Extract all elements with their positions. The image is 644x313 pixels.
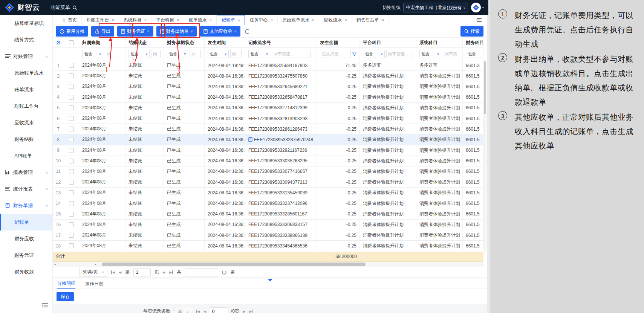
- row-checkbox[interactable]: [69, 148, 74, 153]
- table-row[interactable]: 32024年08月未结账已生成2024-08-04 16:36:22FEE172…: [53, 81, 483, 92]
- next-page-icon[interactable]: ▶: [163, 270, 165, 274]
- row-checkbox[interactable]: [69, 63, 74, 68]
- column-header-财务科目[interactable]: 财务科目: [463, 38, 483, 47]
- table-row[interactable]: 62024年08月未结账已生成2024-08-04 16:36:22FEE172…: [53, 113, 483, 124]
- row-checkbox[interactable]: [69, 212, 74, 217]
- row-checkbox[interactable]: [69, 73, 74, 78]
- org-select[interactable]: 中宏生物工程（北京)股份有限公... ∨: [403, 3, 468, 12]
- close-icon[interactable]: ×: [210, 18, 212, 22]
- table-row[interactable]: 82024年08月未结账已生成2024-08-04 16:36:22FEE172…: [53, 134, 483, 145]
- filter-operator-select[interactable]: 包含∨: [248, 50, 270, 58]
- vertical-scrollbar[interactable]: [483, 60, 486, 252]
- sidebar-item-对账工作台[interactable]: 对账工作台: [0, 98, 52, 115]
- row-checkbox[interactable]: [69, 105, 74, 110]
- table-row[interactable]: 72024年08月未结账已生成2024-08-04 16:36:22FEE172…: [53, 124, 483, 134]
- prev-page-icon[interactable]: ◀: [119, 270, 121, 274]
- sidebar-item-财务凭证[interactable]: 财务凭证: [0, 247, 52, 264]
- tab-首页[interactable]: ⌂首页: [58, 15, 82, 25]
- sidebar-item-记账单[interactable]: 记账单: [0, 214, 52, 231]
- table-row[interactable]: 42024年08月未结账已生成2024-08-04 16:36:22FEE172…: [53, 92, 483, 103]
- filter-input[interactable]: [386, 50, 413, 58]
- table-row[interactable]: 172024年08月未结账已生成2024-08-04 16:36:22FEE17…: [53, 230, 483, 241]
- filter-operator-select[interactable]: 包含∨: [419, 50, 441, 58]
- footer-page-input[interactable]: [210, 307, 227, 313]
- close-icon[interactable]: ×: [238, 18, 240, 23]
- row-checkbox[interactable]: [69, 243, 74, 248]
- row-checkbox[interactable]: [69, 116, 74, 121]
- filter-input[interactable]: [443, 50, 459, 58]
- close-icon[interactable]: ×: [382, 18, 384, 22]
- sidebar-item-账单流水[interactable]: 账单流水: [0, 81, 52, 98]
- column-header-平台科目[interactable]: 平台科目: [360, 38, 416, 47]
- table-row[interactable]: 152024年08月未结账已生成2024-08-04 16:36:22FEE17…: [53, 209, 483, 220]
- tab-more-icon[interactable]: [476, 18, 482, 22]
- close-icon[interactable]: ×: [344, 18, 347, 22]
- filter-operator-select[interactable]: 包含∨: [128, 50, 150, 58]
- row-checkbox[interactable]: [69, 222, 74, 227]
- horizontal-scrollbar[interactable]: ◂ ▸: [53, 262, 483, 267]
- close-icon[interactable]: ×: [270, 18, 272, 22]
- table-row[interactable]: 122024年08月未结账已生成2024-08-04 16:36:22FEE17…: [53, 177, 483, 188]
- table-row[interactable]: 92024年08月未结账已生成2024-08-04 16:36:22FEE172…: [53, 145, 483, 156]
- column-header-结账状态[interactable]: 结账状态: [125, 38, 164, 47]
- first-page-icon[interactable]: ◀: [111, 270, 115, 274]
- row-checkbox[interactable]: [69, 84, 74, 89]
- scroll-right-icon[interactable]: ▸: [95, 262, 96, 267]
- refresh-icon[interactable]: [245, 29, 250, 34]
- sidebar-item-应收流水[interactable]: 应收流水: [0, 115, 52, 131]
- close-icon[interactable]: ×: [177, 18, 179, 22]
- select-all-checkbox[interactable]: [69, 40, 74, 45]
- close-icon[interactable]: ×: [312, 18, 314, 22]
- column-header-系统科目[interactable]: 系统科目: [416, 38, 463, 47]
- filter-input[interactable]: [190, 50, 201, 58]
- footer-prev-page-icon[interactable]: ◀: [203, 310, 206, 313]
- user-avatar[interactable]: ▾: [471, 3, 484, 12]
- search-button[interactable]: 搜索: [460, 26, 483, 37]
- sidebar-item-API账单[interactable]: API账单: [0, 148, 52, 164]
- row-checkbox[interactable]: [69, 159, 74, 163]
- sidebar-item-核算维度标识[interactable]: 核算维度标识: [0, 15, 52, 32]
- filter-operator-select[interactable]: 包含∨: [82, 50, 103, 58]
- footer-page-size-select[interactable]: 50 ∨: [174, 307, 192, 313]
- footer-first-page-icon[interactable]: ◀: [196, 310, 200, 313]
- row-checkbox[interactable]: [69, 137, 74, 142]
- last-page-icon[interactable]: ▶: [169, 270, 173, 274]
- column-header-归属账期[interactable]: 归属账期: [79, 38, 125, 47]
- filter-input[interactable]: [230, 50, 242, 58]
- page-size-select[interactable]: 50条/页 ∨: [79, 268, 107, 277]
- column-header-发生金额[interactable]: 发生金额: [317, 38, 360, 47]
- filter-operator-select[interactable]: 包含∨: [363, 50, 385, 58]
- sidebar-collapse-icon[interactable]: [42, 302, 48, 308]
- tab-销售售后单[interactable]: 销售售后单×: [352, 15, 389, 25]
- sidebar-item-统计报表[interactable]: 统计报表∨: [0, 181, 52, 197]
- table-row[interactable]: 22024年08月未结账已生成2024-08-04 16:36:22FEE172…: [53, 71, 483, 81]
- column-header-财务单据状态[interactable]: 财务单据状态: [164, 38, 205, 47]
- sidebar-item-对账管理[interactable]: 对账管理∧: [0, 48, 52, 65]
- sidebar-item-财务应收[interactable]: 财务应收: [0, 231, 52, 247]
- table-row[interactable]: 162024年08月未结账已生成2024-08-04 16:36:22FEE17…: [53, 220, 483, 230]
- row-checkbox[interactable]: [69, 233, 74, 238]
- table-row[interactable]: 52024年08月未结账已生成2024-08-04 16:36:22FEE172…: [53, 103, 483, 113]
- tab-任务中心[interactable]: 任务中心×: [245, 15, 277, 25]
- scrollbar-thumb[interactable]: [102, 263, 366, 266]
- 费用分摊-button[interactable]: 费用分摊: [56, 26, 88, 37]
- sidebar-item-财务单据[interactable]: 财务单据∧: [0, 197, 52, 214]
- close-icon[interactable]: ×: [144, 18, 147, 22]
- sidebar-item-财务收款[interactable]: 财务收款: [0, 264, 52, 280]
- row-checkbox[interactable]: [69, 127, 74, 131]
- footer-last-page-icon[interactable]: ▶: [249, 310, 253, 313]
- 其他应收单-button[interactable]: 其他应收单∨: [200, 26, 240, 37]
- close-icon[interactable]: ×: [112, 18, 114, 22]
- document-icon[interactable]: [248, 137, 252, 142]
- row-checkbox[interactable]: [69, 190, 74, 195]
- tab-原始账单流水[interactable]: 原始账单流水×: [278, 15, 319, 25]
- sidebar-item-结算方式[interactable]: 结算方式: [0, 32, 52, 48]
- table-row[interactable]: 102024年08月未结账已生成2024-08-04 16:36:22FEE17…: [53, 156, 483, 166]
- funnel-filter-icon[interactable]: [352, 52, 356, 56]
- total-count-input[interactable]: [185, 268, 218, 276]
- row-checkbox[interactable]: [69, 95, 74, 100]
- sidebar-item-报表管理[interactable]: 报表管理∧: [0, 164, 52, 181]
- filter-operator-select[interactable]: 包含∨: [208, 50, 229, 58]
- filter-operator-select[interactable]: 包含∨: [466, 50, 483, 58]
- tab-记账单[interactable]: 记账单×: [217, 15, 245, 25]
